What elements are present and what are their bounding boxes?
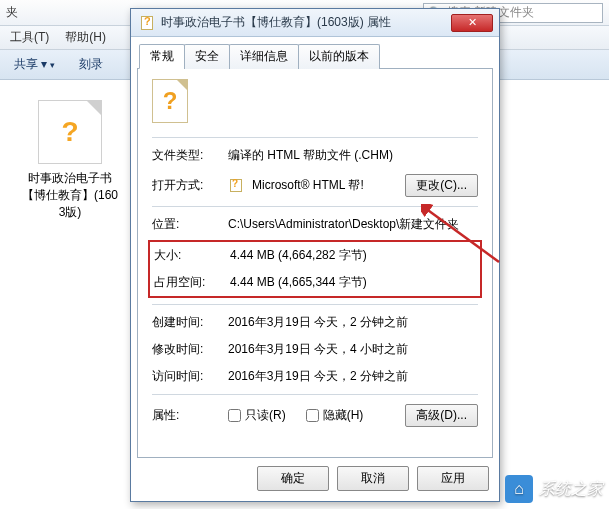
label-openwith: 打开方式: [152,177,224,194]
file-big-icon: ? [152,79,188,123]
tab-panel-general: ? 文件类型: 编译的 HTML 帮助文件 (.CHM) 打开方式: ? Mic… [137,68,493,458]
value-openwith: Microsoft® HTML 帮! [252,177,401,194]
watermark: ⌂ 系统之家 [505,475,603,503]
cmd-burn[interactable]: 刻录 [73,54,109,75]
watermark-text: 系统之家 [539,479,603,500]
label-created: 创建时间: [152,314,224,331]
value-created: 2016年3月19日 今天，2 分钟之前 [228,314,478,331]
size-highlight: 大小: 4.44 MB (4,664,282 字节) 占用空间: 4.44 MB… [148,240,482,298]
file-item[interactable]: ? 时事政治电子书【博仕教育】(1603版) [20,100,120,220]
dialog-title: 时事政治电子书【博仕教育】(1603版) 属性 [161,14,451,31]
label-sizeondisk: 占用空间: [154,274,226,291]
value-modified: 2016年3月19日 今天，4 小时之前 [228,341,478,358]
value-size: 4.44 MB (4,664,282 字节) [230,247,476,264]
close-button[interactable]: ✕ [451,14,493,32]
readonly-label: 只读(R) [245,407,286,424]
advanced-button[interactable]: 高级(D)... [405,404,478,427]
tab-previous[interactable]: 以前的版本 [298,44,380,69]
tab-general[interactable]: 常规 [139,44,185,69]
label-accessed: 访问时间: [152,368,224,385]
hidden-input[interactable] [306,409,319,422]
label-location: 位置: [152,216,224,233]
value-location: C:\Users\Administrator\Desktop\新建文件夹 [228,216,478,233]
ok-button[interactable]: 确定 [257,466,329,491]
chm-icon: ? [139,15,155,31]
menu-help[interactable]: 帮助(H) [65,29,106,46]
cancel-button[interactable]: 取消 [337,466,409,491]
dialog-buttons: 确定 取消 应用 [137,458,493,495]
tab-details[interactable]: 详细信息 [229,44,299,69]
openwith-icon: ? [228,178,244,194]
readonly-checkbox[interactable]: 只读(R) [228,407,286,424]
tab-security[interactable]: 安全 [184,44,230,69]
titlebar[interactable]: ? 时事政治电子书【博仕教育】(1603版) 属性 ✕ [131,9,499,37]
hidden-checkbox[interactable]: 隐藏(H) [306,407,364,424]
tab-strip: 常规 安全 详细信息 以前的版本 [137,44,493,69]
label-modified: 修改时间: [152,341,224,358]
change-button[interactable]: 更改(C)... [405,174,478,197]
readonly-input[interactable] [228,409,241,422]
cmd-share[interactable]: 共享 ▾ [8,54,61,75]
label-filetype: 文件类型: [152,147,224,164]
chm-file-icon: ? [38,100,102,164]
label-size: 大小: [154,247,226,264]
filename-field[interactable] [200,83,478,119]
file-name: 时事政治电子书【博仕教育】(1603版) [20,170,120,220]
hidden-label: 隐藏(H) [323,407,364,424]
properties-dialog: ? 时事政治电子书【博仕教育】(1603版) 属性 ✕ 常规 安全 详细信息 以… [130,8,500,502]
menu-tools[interactable]: 工具(T) [10,29,49,46]
watermark-logo-icon: ⌂ [505,475,533,503]
label-attributes: 属性: [152,407,224,424]
value-accessed: 2016年3月19日 今天，2 分钟之前 [228,368,478,385]
breadcrumb[interactable]: 夹 [6,4,18,21]
apply-button[interactable]: 应用 [417,466,489,491]
value-sizeondisk: 4.44 MB (4,665,344 字节) [230,274,476,291]
value-filetype: 编译的 HTML 帮助文件 (.CHM) [228,147,478,164]
